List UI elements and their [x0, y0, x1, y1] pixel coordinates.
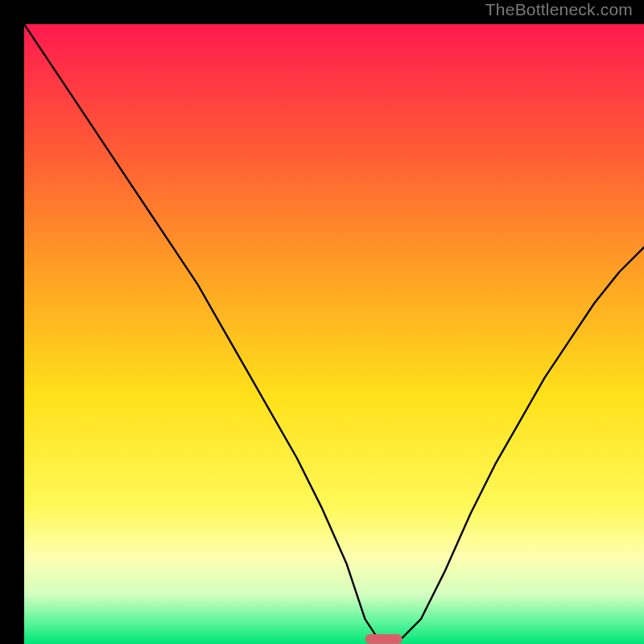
optimal-marker [365, 634, 402, 644]
chart-frame [12, 12, 632, 632]
gradient-background [24, 24, 644, 644]
watermark-text: TheBottleneck.com [485, 0, 633, 19]
bottleneck-chart [24, 24, 644, 644]
